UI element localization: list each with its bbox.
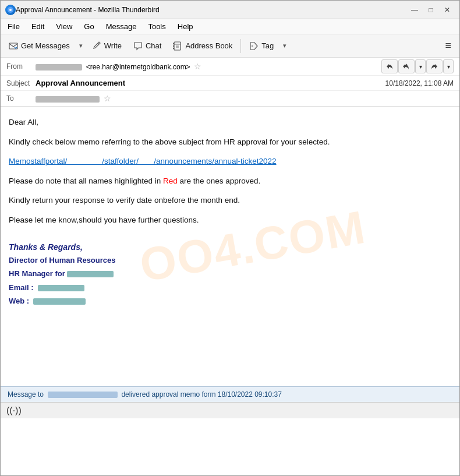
chat-icon: [133, 41, 143, 51]
to-row: To ☆: [1, 91, 459, 106]
email-body-wrapper: OO4.COM Dear All, Kindly check below mem…: [1, 107, 459, 386]
get-messages-icon: [9, 41, 18, 51]
write-label: Write: [104, 41, 122, 50]
menu-edit[interactable]: Edit: [27, 21, 49, 32]
reply-button[interactable]: [381, 59, 398, 73]
reply-all-button[interactable]: [398, 59, 415, 73]
reply-dropdown[interactable]: ▾: [415, 59, 426, 73]
maximize-button[interactable]: □: [423, 4, 438, 16]
menu-go[interactable]: Go: [79, 21, 98, 32]
address-book-button[interactable]: Address Book: [168, 39, 237, 53]
reply-all-icon: [402, 62, 411, 70]
from-row: From <ree.har@internetgoldbank.com> ☆ ▾: [1, 58, 459, 76]
email-header: From <ree.har@internetgoldbank.com> ☆ ▾: [1, 58, 459, 107]
paragraph2-after: are the ones approved.: [178, 177, 261, 185]
to-label: To: [6, 94, 36, 103]
from-email: <ree.har@internetgoldbank.com>: [86, 63, 190, 71]
window-controls: — □ ✕: [407, 4, 455, 16]
titlebar: Approval Announcement - Mozilla Thunderb…: [1, 1, 459, 19]
email-contact-row: Email :: [9, 281, 451, 294]
more-actions-dropdown[interactable]: ▾: [443, 59, 454, 73]
subject-label: Subject: [6, 79, 36, 87]
svg-point-1: [9, 9, 12, 11]
svg-rect-8: [173, 45, 174, 47]
message-suffix: delivered approval memo form 18/10/2022 …: [121, 390, 282, 399]
svg-rect-9: [173, 48, 174, 49]
close-button[interactable]: ✕: [440, 4, 455, 16]
web-label: Web :: [9, 297, 29, 305]
paragraph2: Please do note that all names highlighte…: [9, 175, 451, 188]
web-url-redacted: [33, 298, 86, 305]
email-timestamp: 10/18/2022, 11:08 AM: [385, 79, 454, 87]
signature-company-redacted: [67, 271, 114, 277]
subject-value: Approval Announcement: [36, 79, 385, 87]
email-link[interactable]: Memostaffportal/ /staffolder/ /announcem…: [9, 157, 277, 165]
paragraph2-red: Red: [163, 177, 178, 185]
from-star[interactable]: ☆: [194, 62, 201, 71]
link-paragraph: Memostaffportal/ /staffolder/ /announcem…: [9, 155, 451, 168]
menu-help[interactable]: Help: [173, 21, 198, 32]
app-logo: [5, 5, 16, 15]
menu-tools[interactable]: Tools: [143, 21, 170, 32]
to-value: ☆: [36, 94, 454, 103]
message-recipient-redacted: [48, 392, 118, 398]
signature-block: Thanks & Regards, Director of Human Reso…: [9, 241, 451, 308]
signature-line1: Director of Human Resources: [9, 253, 451, 267]
signature-line2-prefix: HR Manager for: [9, 269, 67, 278]
forward-icon: [430, 62, 438, 70]
from-sender-redacted: [36, 64, 82, 70]
get-messages-label: Get Messages: [21, 41, 70, 50]
signature-line2: HR Manager for: [9, 267, 451, 280]
minimize-button[interactable]: —: [407, 4, 422, 16]
address-book-icon: [173, 41, 182, 51]
forward-button[interactable]: [426, 59, 443, 73]
paragraph2-before: Please do note that all names highlighte…: [9, 177, 163, 185]
from-label: From: [6, 62, 36, 70]
toolbar: Get Messages ▾ Write Chat Address Book: [1, 34, 459, 58]
paragraph1: Kindly check below memo referring to the…: [9, 136, 451, 149]
paragraph3: Kindly return your response to verify da…: [9, 194, 451, 207]
tag-icon: [249, 41, 259, 51]
toolbar-separator: [240, 39, 241, 53]
chat-button[interactable]: Chat: [129, 39, 166, 53]
email-address-redacted: [38, 285, 84, 291]
tag-label: Tag: [261, 41, 274, 50]
from-value: <ree.har@internetgoldbank.com> ☆: [36, 62, 381, 71]
web-contact-row: Web :: [9, 294, 451, 308]
email-nav-buttons: ▾ ▾: [381, 59, 454, 73]
signature-italic: Thanks & Regards,: [9, 241, 451, 253]
to-star[interactable]: ☆: [104, 94, 111, 103]
menu-file[interactable]: File: [3, 21, 24, 32]
svg-rect-7: [173, 43, 174, 44]
paragraph4: Please let me know,should you have furth…: [9, 214, 451, 227]
get-messages-dropdown[interactable]: ▾: [77, 40, 85, 52]
menu-view[interactable]: View: [51, 21, 77, 32]
message-prefix: Message to: [8, 390, 44, 399]
message-delivery-bar: Message to delivered approval memo form …: [1, 386, 459, 402]
reply-icon: [385, 62, 394, 70]
write-button[interactable]: Write: [87, 39, 126, 53]
email-label: Email :: [9, 283, 34, 292]
subject-row: Subject Approval Announcement 10/18/2022…: [1, 76, 459, 91]
connection-icon: ((·)): [6, 406, 22, 416]
to-recipient-redacted: [36, 96, 100, 103]
email-body: OO4.COM Dear All, Kindly check below mem…: [1, 107, 459, 386]
tag-button[interactable]: Tag: [245, 39, 278, 53]
svg-point-10: [252, 45, 253, 47]
write-icon: [92, 41, 101, 51]
hamburger-menu-button[interactable]: ≡: [440, 37, 456, 54]
address-book-label: Address Book: [185, 41, 232, 50]
statusbar: ((·)): [1, 402, 459, 418]
menubar: File Edit View Go Message Tools Help: [1, 19, 459, 34]
chat-label: Chat: [146, 41, 161, 50]
tag-dropdown[interactable]: ▾: [281, 40, 289, 52]
window-title: Approval Announcement - Mozilla Thunderb…: [16, 6, 407, 14]
get-messages-button[interactable]: Get Messages: [4, 39, 75, 53]
menu-message[interactable]: Message: [101, 21, 141, 32]
greeting: Dear All,: [9, 116, 451, 129]
